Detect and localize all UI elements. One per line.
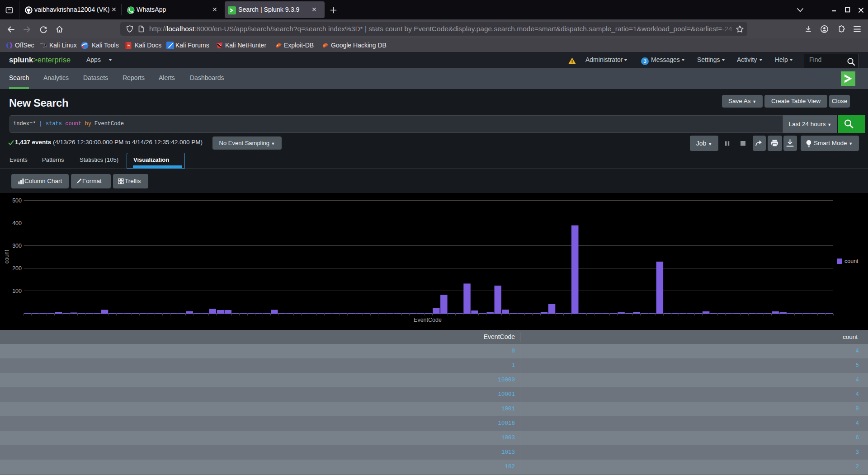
- svg-text:EventCode: EventCode: [414, 317, 442, 323]
- svg-text:300: 300: [12, 243, 22, 249]
- svg-text:count: count: [4, 249, 10, 263]
- svg-text:count: count: [844, 258, 859, 264]
- svg-text:400: 400: [12, 220, 22, 226]
- svg-text:500: 500: [12, 198, 22, 204]
- svg-text:100: 100: [12, 288, 22, 294]
- svg-text:200: 200: [12, 265, 22, 272]
